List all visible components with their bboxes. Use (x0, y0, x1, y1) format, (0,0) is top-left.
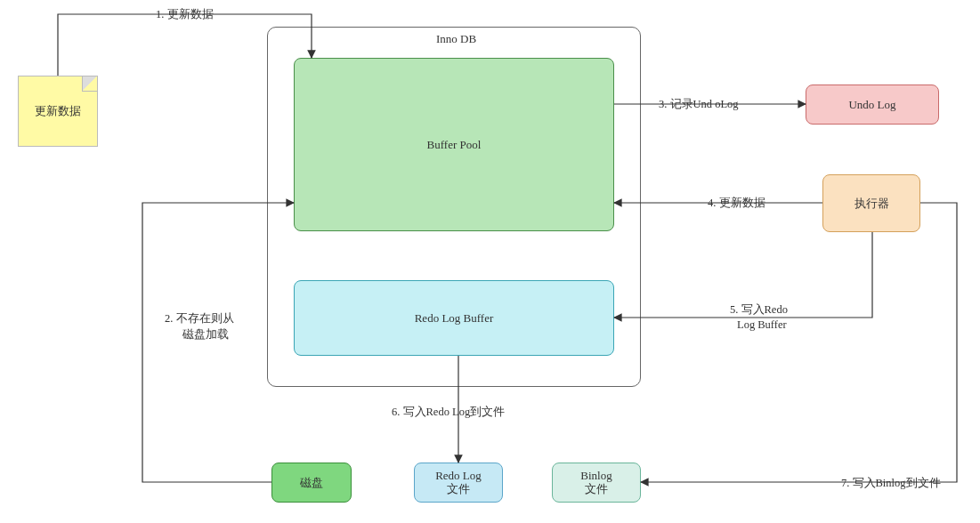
edge-1-label: 1. 更新数据 (156, 7, 214, 22)
buffer-pool-label: Buffer Pool (427, 138, 482, 152)
redo-log-file-label: Redo Log (435, 470, 482, 483)
edge-5-label-b: Log Buffer (737, 318, 787, 332)
redo-log-buffer-label: Redo Log Buffer (415, 311, 494, 326)
edge-7-label: 7. 写入Binlog到文件 (841, 476, 941, 491)
edge-6-label: 6. 写入Redo Log到文件 (392, 405, 505, 420)
innodb-label: Inno DB (436, 32, 476, 46)
update-data-note-label: 更新数据 (35, 103, 81, 119)
binlog-file-sublabel: 文件 (585, 483, 608, 496)
diagram-canvas: Inno DB Buffer Pool Redo Log Buffer 更新数据… (0, 0, 980, 523)
disk-box: 磁盘 (271, 463, 352, 503)
redo-log-buffer-box: Redo Log Buffer (294, 280, 614, 356)
edge-7-arrow (641, 203, 957, 482)
undo-log-label: Undo Log (848, 98, 895, 112)
redo-log-file-sublabel: 文件 (447, 483, 470, 496)
edge-5-label-a: 5. 写入Redo (730, 302, 788, 318)
edge-2-label-b: 磁盘加载 (182, 327, 229, 342)
update-data-note: 更新数据 (18, 76, 98, 147)
binlog-file-label: Binlog (580, 470, 611, 483)
edge-3-label: 3. 记录Und oLog (659, 97, 739, 112)
executor-box: 执行器 (822, 174, 920, 232)
undo-log-box: Undo Log (806, 84, 939, 125)
edge-4-label: 4. 更新数据 (708, 196, 765, 211)
binlog-file-box: Binlog 文件 (552, 463, 641, 503)
disk-label: 磁盘 (300, 475, 323, 491)
redo-log-file-box: Redo Log 文件 (414, 463, 503, 503)
executor-label: 执行器 (854, 196, 889, 212)
edge-2-label-a: 2. 不存在则从 (165, 311, 234, 326)
buffer-pool-box: Buffer Pool (294, 58, 614, 231)
